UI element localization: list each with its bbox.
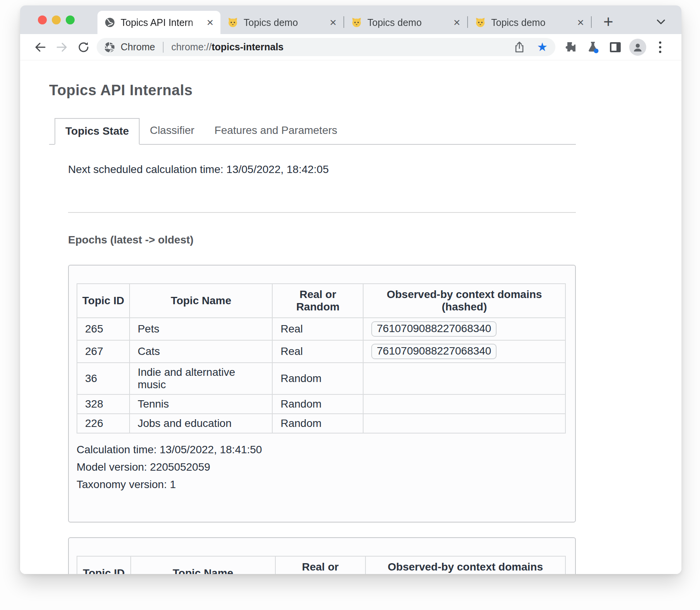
- tab-close-icon[interactable]: ×: [327, 17, 339, 28]
- browser-tab-topics-demo-2[interactable]: Topics demo ×: [344, 11, 467, 34]
- column-header: Topic ID: [77, 556, 131, 574]
- topic-row: 226Jobs and educationRandom: [77, 414, 565, 433]
- tab-strip: Topics API Intern × Topics demo ×: [20, 5, 681, 34]
- bookmark-star-icon[interactable]: ★: [537, 41, 548, 53]
- column-header: Topic Name: [130, 284, 273, 318]
- reload-button[interactable]: [73, 41, 94, 54]
- topic-row: 267CatsReal7610709088227068340: [77, 340, 565, 363]
- divider: [68, 212, 576, 213]
- real-or-random-cell: Real: [272, 318, 363, 340]
- column-header: Topic Name: [131, 556, 275, 574]
- topics-state-panel: Next scheduled calculation time: 13/05/2…: [49, 163, 576, 574]
- page-content: Topics API Internals Topics State Classi…: [20, 60, 681, 574]
- real-or-random-cell: Real: [272, 340, 363, 363]
- topic-row: 36Indie and alternative musicRandom: [77, 363, 565, 394]
- back-button[interactable]: [29, 41, 51, 53]
- chevron-down-icon[interactable]: [655, 19, 667, 26]
- topic-row: 328TennisRandom: [77, 394, 565, 414]
- topic-id-cell: 36: [77, 363, 130, 394]
- browser-tab-topics-internals[interactable]: Topics API Intern ×: [97, 11, 220, 34]
- cat-icon: [475, 17, 486, 28]
- tab-separator: [591, 16, 592, 28]
- chrome-logo-icon: [104, 41, 115, 53]
- browser-tab-topics-demo-1[interactable]: Topics demo ×: [220, 11, 343, 34]
- topic-name-cell: Cats: [130, 340, 273, 363]
- close-window-button[interactable]: [38, 15, 47, 24]
- topic-name-cell: Pets: [130, 318, 273, 340]
- real-or-random-cell: Random: [272, 394, 363, 414]
- maximize-window-button[interactable]: [66, 15, 75, 24]
- forward-button[interactable]: [51, 41, 73, 53]
- topic-name-cell: Jobs and education: [130, 414, 273, 433]
- tab-features-and-parameters[interactable]: Features and Parameters: [205, 118, 348, 144]
- epoch-topics-table: Topic IDTopic NameReal or RandomObserved…: [77, 283, 566, 434]
- cat-icon: [351, 17, 362, 28]
- column-header: Observed-by context domains (hashed): [363, 284, 565, 318]
- table-header-row: Topic IDTopic NameReal or RandomObserved…: [77, 556, 565, 574]
- browser-tabs: Topics API Intern × Topics demo ×: [97, 5, 681, 34]
- page-tabbox: Topics State Classifier Features and Par…: [49, 118, 576, 574]
- flask-experiment-icon[interactable]: [582, 38, 604, 57]
- tab-close-icon[interactable]: ×: [575, 17, 586, 28]
- url-text[interactable]: chrome://topics-internals: [171, 41, 283, 53]
- real-or-random-cell: Random: [272, 414, 363, 433]
- tab-topics-state[interactable]: Topics State: [55, 118, 140, 145]
- epoch-topics-table: Topic IDTopic NameReal or RandomObserved…: [77, 556, 566, 574]
- topic-row: 265PetsReal7610709088227068340: [77, 318, 565, 340]
- observed-domain-chip[interactable]: 7610709088227068340: [371, 344, 497, 359]
- epochs-heading: Epochs (latest -> oldest): [68, 234, 576, 246]
- observed-domains-cell: [363, 414, 565, 433]
- tab-title: Topics API Intern: [121, 17, 204, 28]
- extensions-puzzle-icon[interactable]: [559, 38, 582, 57]
- share-icon[interactable]: [514, 41, 525, 53]
- table-header-row: Topic IDTopic NameReal or RandomObserved…: [77, 284, 565, 318]
- tab-title: Topics demo: [491, 17, 575, 28]
- globe-icon: [104, 17, 115, 28]
- observed-domains-cell: [363, 363, 565, 394]
- epoch-meta: Calculation time: 13/05/2022, 18:41:50 M…: [77, 444, 566, 491]
- search-engine-label: Chrome: [121, 41, 155, 53]
- topic-id-cell: 267: [77, 340, 130, 363]
- epoch-card: Topic IDTopic NameReal or RandomObserved…: [68, 265, 576, 523]
- column-header: Observed-by context domains (hashed): [365, 556, 565, 574]
- new-tab-button[interactable]: +: [603, 15, 613, 29]
- tab-close-icon[interactable]: ×: [204, 17, 216, 28]
- taxonomy-version: Taxonomy version: 1: [77, 478, 566, 491]
- tab-classifier[interactable]: Classifier: [140, 118, 204, 144]
- url-separator: [163, 42, 164, 53]
- page-title: Topics API Internals: [49, 82, 681, 99]
- minimize-window-button[interactable]: [52, 15, 61, 24]
- browser-tab-topics-demo-3[interactable]: Topics demo ×: [468, 11, 591, 34]
- window-controls: [38, 15, 75, 24]
- observed-domain-chip[interactable]: 7610709088227068340: [371, 321, 497, 337]
- topic-id-cell: 328: [77, 394, 130, 414]
- topic-id-cell: 226: [77, 414, 130, 433]
- observed-domains-cell: [363, 394, 565, 414]
- topic-name-cell: Tennis: [130, 394, 273, 414]
- tab-title: Topics demo: [244, 17, 327, 28]
- browser-window: Topics API Intern × Topics demo ×: [20, 5, 681, 574]
- url-host: topics-internals: [212, 41, 283, 52]
- menu-kebab-icon[interactable]: [649, 38, 671, 57]
- url-scheme: chrome://: [171, 41, 212, 52]
- cat-icon: [227, 17, 238, 28]
- model-version: Model version: 2205052059: [77, 461, 566, 473]
- page-tab-bar: Topics State Classifier Features and Par…: [49, 118, 576, 145]
- column-header: Real or Random: [275, 556, 365, 574]
- column-header: Topic ID: [77, 284, 130, 318]
- column-header: Real or Random: [272, 284, 363, 318]
- real-or-random-cell: Random: [272, 363, 363, 394]
- observed-domains-cell: 7610709088227068340: [363, 318, 565, 340]
- side-panel-icon[interactable]: [604, 38, 627, 57]
- topic-name-cell: Indie and alternative music: [130, 363, 273, 394]
- epoch-card: Topic IDTopic NameReal or RandomObserved…: [68, 537, 576, 574]
- tab-close-icon[interactable]: ×: [451, 17, 463, 28]
- topic-id-cell: 265: [77, 318, 130, 340]
- tab-title: Topics demo: [367, 17, 451, 28]
- next-calculation-time: Next scheduled calculation time: 13/05/2…: [68, 163, 576, 176]
- calculation-time: Calculation time: 13/05/2022, 18:41:50: [77, 444, 566, 456]
- address-bar[interactable]: Chrome chrome://topics-internals ★: [97, 38, 555, 56]
- observed-domains-cell: 7610709088227068340: [363, 340, 565, 363]
- browser-toolbar: Chrome chrome://topics-internals ★: [20, 34, 681, 60]
- profile-avatar[interactable]: [627, 38, 649, 57]
